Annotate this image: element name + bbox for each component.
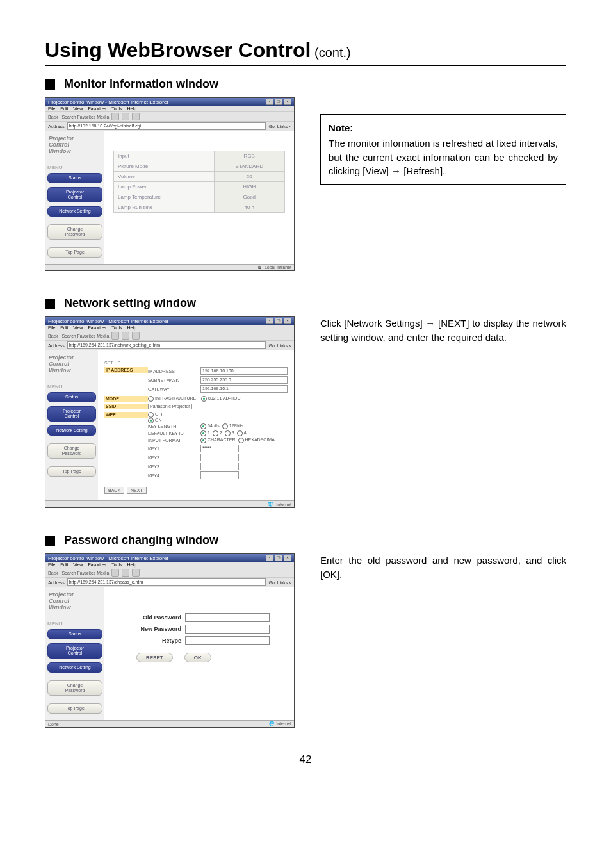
menu-help[interactable]: Help bbox=[127, 562, 136, 567]
minimize-icon[interactable]: - bbox=[266, 555, 273, 561]
ip-input[interactable]: 192.168.10.1 bbox=[200, 385, 288, 393]
sidebar-button[interactable]: Change Password bbox=[47, 224, 102, 240]
menu-help[interactable]: Help bbox=[127, 106, 136, 111]
menu-edit[interactable]: Edit bbox=[60, 325, 68, 330]
toolbar-icon[interactable] bbox=[111, 332, 119, 340]
address-input[interactable]: http://169.254.231.137/chpass_e.htm bbox=[67, 578, 266, 586]
defaultkeyid-3-radio[interactable]: 3 bbox=[225, 430, 234, 436]
links-label[interactable]: Links » bbox=[277, 124, 291, 129]
menu-view[interactable]: View bbox=[73, 562, 83, 567]
ip-input[interactable]: 192.168.10.100 bbox=[200, 367, 288, 375]
sidebar-button[interactable]: Top Page bbox=[47, 247, 102, 258]
window-title: Projector control window - Microsoft Int… bbox=[48, 99, 168, 105]
pcw-logo: Projector Control Window bbox=[47, 590, 102, 612]
ip-sublabel: SUBNETMASK bbox=[148, 378, 198, 382]
menu-edit[interactable]: Edit bbox=[60, 562, 68, 567]
key1-input[interactable]: ***** bbox=[200, 445, 239, 452]
back-button[interactable]: BACK bbox=[104, 487, 124, 494]
browser-statusbar: Done 🌐 Internet bbox=[45, 720, 294, 727]
ssid-input[interactable]: Panasonic Projector bbox=[148, 404, 192, 409]
wep-on-radio[interactable]: ON bbox=[148, 418, 162, 422]
keylength-128-radio[interactable]: 128bits bbox=[222, 423, 244, 429]
next-button[interactable]: NEXT bbox=[127, 487, 147, 494]
sidebar-button[interactable]: Network Setting bbox=[47, 206, 102, 217]
sidebar-button[interactable]: Top Page bbox=[47, 466, 96, 477]
menu-favorites[interactable]: Favorites bbox=[88, 562, 106, 567]
menu-file[interactable]: File bbox=[48, 325, 55, 330]
menu-favorites[interactable]: Favorites bbox=[88, 325, 106, 330]
menu-file[interactable]: File bbox=[48, 562, 55, 567]
toolbar-icon[interactable] bbox=[111, 569, 119, 577]
toolbar-icon[interactable] bbox=[122, 569, 129, 577]
menu-favorites[interactable]: Favorites bbox=[88, 106, 106, 111]
menu-view[interactable]: View bbox=[73, 325, 83, 330]
sidebar-button[interactable]: Network Setting bbox=[47, 425, 96, 436]
links-label[interactable]: Links » bbox=[277, 580, 291, 585]
close-icon[interactable]: × bbox=[284, 99, 291, 105]
retype-label: Retype bbox=[117, 637, 181, 644]
maximize-icon[interactable]: ▢ bbox=[275, 99, 282, 105]
address-input[interactable]: http://192.168.10.246/cgi-bin/self.cgi bbox=[67, 122, 266, 130]
minimize-icon[interactable]: - bbox=[266, 99, 273, 105]
minimize-icon[interactable]: - bbox=[266, 318, 273, 324]
maximize-icon[interactable]: ▢ bbox=[275, 318, 282, 324]
go-button[interactable]: Go bbox=[268, 343, 274, 348]
toolbar-icon[interactable] bbox=[122, 113, 129, 120]
menu-file[interactable]: File bbox=[48, 106, 55, 111]
address-input[interactable]: http://169.254.231.137/network_setting_e… bbox=[67, 341, 266, 349]
ok-button[interactable]: OK bbox=[184, 653, 211, 662]
toolbar-back-label[interactable]: Back · Search Favorites Media bbox=[48, 571, 109, 575]
sidebar-button[interactable]: Projector Control bbox=[47, 406, 96, 422]
retype-input[interactable] bbox=[185, 636, 270, 645]
note-body: The monitor information is refreshed at … bbox=[329, 138, 558, 177]
toolbar-back-label[interactable]: Back · Search Favorites Media bbox=[48, 115, 109, 119]
sidebar-button[interactable]: Change Password bbox=[47, 680, 102, 696]
sidebar-button[interactable]: Network Setting bbox=[47, 662, 102, 673]
menu-view[interactable]: View bbox=[73, 106, 83, 111]
menu-help[interactable]: Help bbox=[127, 325, 136, 330]
maximize-icon[interactable]: ▢ bbox=[275, 555, 282, 561]
go-button[interactable]: Go bbox=[268, 124, 274, 129]
toolbar-icon[interactable] bbox=[132, 569, 140, 577]
pcw-sidebar: Projector Control Window MENU StatusProj… bbox=[45, 350, 98, 500]
toolbar-icon[interactable] bbox=[132, 332, 140, 340]
sidebar-button[interactable]: Top Page bbox=[47, 703, 102, 714]
defaultkeyid-1-radio[interactable]: 1 bbox=[200, 430, 210, 436]
toolbar-icon[interactable] bbox=[111, 113, 119, 120]
inputformat-hex-radio[interactable]: HEXADECIMAL bbox=[238, 438, 277, 443]
menu-tools[interactable]: Tools bbox=[111, 562, 122, 567]
menu-tools[interactable]: Tools bbox=[111, 325, 122, 330]
toolbar-icon[interactable] bbox=[132, 113, 140, 120]
reset-button[interactable]: RESET bbox=[136, 653, 173, 662]
sidebar-button[interactable]: Status bbox=[47, 173, 102, 183]
key3-input[interactable] bbox=[200, 463, 239, 470]
mode-adhoc-radio[interactable]: 802.11 AD-HOC bbox=[201, 396, 241, 400]
links-label[interactable]: Links » bbox=[277, 343, 291, 348]
new-password-input[interactable] bbox=[185, 625, 270, 634]
sidebar-button[interactable]: Projector Control bbox=[47, 643, 102, 659]
browser-addressbar: Address http://192.168.10.246/cgi-bin/se… bbox=[45, 122, 294, 131]
mode-infrastructure-radio[interactable]: INFRASTRUCTURE bbox=[148, 396, 196, 400]
defaultkeyid-4-radio[interactable]: 4 bbox=[237, 430, 247, 436]
go-button[interactable]: Go bbox=[268, 580, 274, 585]
wep-off-radio[interactable]: OFF bbox=[148, 412, 164, 416]
toolbar-icon[interactable] bbox=[122, 332, 129, 340]
close-icon[interactable]: × bbox=[284, 555, 291, 561]
sidebar-button[interactable]: Status bbox=[47, 629, 102, 639]
zone-icon: 🌐 bbox=[269, 721, 275, 726]
menu-edit[interactable]: Edit bbox=[60, 106, 68, 111]
inputformat-char-radio[interactable]: CHARACTER bbox=[200, 438, 236, 443]
toolbar-back-label[interactable]: Back · Search Favorites Media bbox=[48, 334, 109, 338]
page-title-main: Using WebBrowser Control bbox=[45, 38, 311, 61]
sidebar-button[interactable]: Status bbox=[47, 392, 96, 402]
old-password-input[interactable] bbox=[185, 613, 270, 622]
sidebar-button[interactable]: Projector Control bbox=[47, 187, 102, 202]
ip-input[interactable]: 255.255.255.0 bbox=[200, 376, 288, 384]
defaultkeyid-2-radio[interactable]: 2 bbox=[213, 430, 222, 436]
key2-input[interactable] bbox=[200, 454, 239, 461]
key4-input[interactable] bbox=[200, 471, 239, 479]
close-icon[interactable]: × bbox=[284, 318, 291, 324]
keylength-64-radio[interactable]: 64bits bbox=[200, 423, 220, 429]
sidebar-button[interactable]: Change Password bbox=[47, 443, 96, 459]
menu-tools[interactable]: Tools bbox=[111, 106, 122, 111]
